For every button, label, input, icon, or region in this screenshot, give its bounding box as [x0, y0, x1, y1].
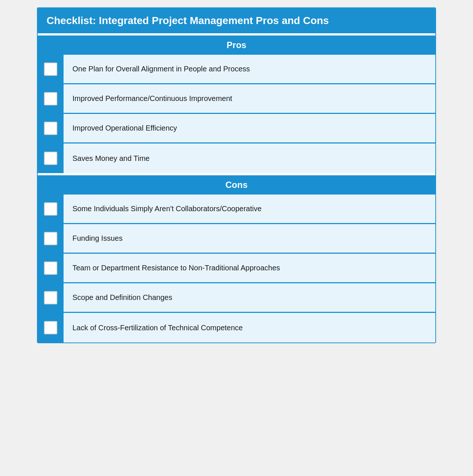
checkbox-col [38, 195, 64, 223]
cons-item-text-3: Team or Department Resistance to Non-Tra… [64, 256, 435, 280]
pros-item-3: Improved Operational Efficiency [38, 114, 435, 144]
cons-item-text-4: Scope and Definition Changes [64, 286, 435, 309]
checkbox-2[interactable] [44, 92, 57, 105]
cons-item-4: Scope and Definition Changes [38, 283, 435, 313]
checkbox-6[interactable] [44, 232, 57, 245]
checkbox-col [38, 84, 64, 113]
checkbox-3[interactable] [44, 122, 57, 135]
pros-items-list: One Plan for Overall Alignment in People… [38, 55, 435, 173]
checkbox-5[interactable] [44, 202, 57, 216]
checkbox-col [38, 114, 64, 142]
pros-item-2: Improved Performance/Continuous Improvem… [38, 84, 435, 114]
checkbox-8[interactable] [44, 291, 57, 304]
cons-item-2: Funding Issues [38, 224, 435, 254]
checkbox-col [38, 144, 64, 173]
pros-item-4: Saves Money and Time [38, 144, 435, 173]
pros-item-1: One Plan for Overall Alignment in People… [38, 55, 435, 84]
pros-section-header: Pros [38, 36, 435, 55]
cons-item-text-5: Lack of Cross-Fertilization of Technical… [64, 316, 435, 340]
checkbox-1[interactable] [44, 63, 57, 76]
cons-items-list: Some Individuals Simply Aren't Collabora… [38, 195, 435, 342]
checkbox-col [38, 283, 64, 312]
checklist-title: Checklist: Integrated Project Management… [38, 8, 435, 33]
pros-item-text-4: Saves Money and Time [64, 147, 435, 170]
cons-item-1: Some Individuals Simply Aren't Collabora… [38, 195, 435, 224]
checkbox-7[interactable] [44, 261, 57, 275]
cons-item-5: Lack of Cross-Fertilization of Technical… [38, 313, 435, 342]
checkbox-col [38, 224, 64, 253]
checkbox-4[interactable] [44, 152, 57, 165]
checkbox-col [38, 313, 64, 342]
cons-item-text-2: Funding Issues [64, 227, 435, 250]
pros-item-text-1: One Plan for Overall Alignment in People… [64, 57, 435, 81]
cons-item-3: Team or Department Resistance to Non-Tra… [38, 254, 435, 283]
checklist-container: Checklist: Integrated Project Management… [37, 7, 436, 343]
checkbox-col [38, 254, 64, 282]
checkbox-col [38, 55, 64, 83]
pros-item-text-2: Improved Performance/Continuous Improvem… [64, 87, 435, 110]
pros-item-text-3: Improved Operational Efficiency [64, 117, 435, 140]
checkbox-9[interactable] [44, 321, 57, 334]
cons-item-text-1: Some Individuals Simply Aren't Collabora… [64, 197, 435, 220]
cons-section-header: Cons [38, 175, 435, 195]
